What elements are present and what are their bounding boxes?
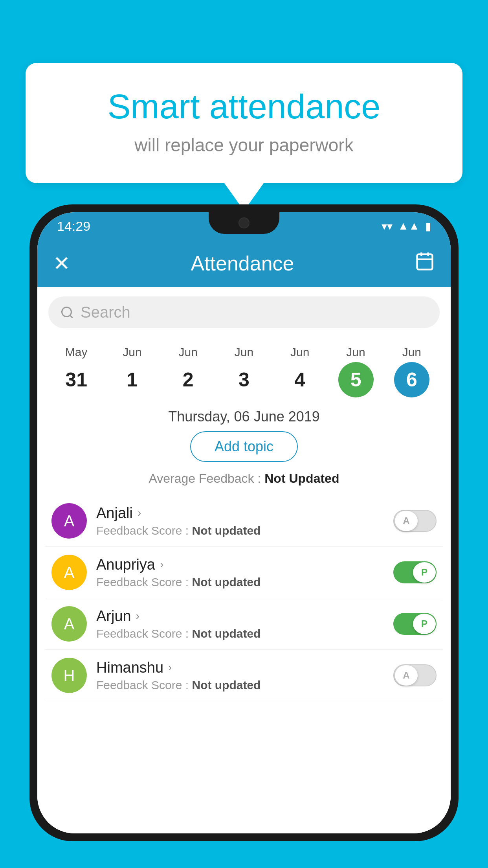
signal-icon: ▲▲ <box>398 220 420 232</box>
cal-month-label: Jun <box>290 346 309 359</box>
chevron-icon: › <box>136 610 139 622</box>
toggle-knob: P <box>413 562 436 583</box>
battery-icon: ▮ <box>425 220 431 233</box>
close-icon[interactable]: ✕ <box>53 252 70 275</box>
student-info: Himanshu›Feedback Score : Not updated <box>96 659 384 692</box>
student-name: Himanshu› <box>96 659 384 676</box>
search-icon <box>60 305 74 320</box>
calendar-strip: May31Jun1Jun2Jun3Jun4Jun5Jun6 <box>37 338 451 397</box>
cal-month-label: Jun <box>402 346 421 359</box>
student-info: Anjali›Feedback Score : Not updated <box>96 505 384 537</box>
toggle-knob: A <box>395 665 418 686</box>
cal-date[interactable]: 5 <box>338 362 374 397</box>
student-item[interactable]: AAnjali›Feedback Score : Not updatedA <box>45 495 443 547</box>
student-info: Arjun›Feedback Score : Not updated <box>96 608 384 640</box>
student-item[interactable]: AArjun›Feedback Score : Not updatedP <box>45 598 443 650</box>
notch-camera <box>238 217 250 228</box>
student-item[interactable]: HHimanshu›Feedback Score : Not updatedA <box>45 650 443 701</box>
search-placeholder: Search <box>81 303 130 321</box>
cal-month-label: May <box>65 346 88 359</box>
calendar-icon[interactable] <box>415 251 435 276</box>
attendance-toggle[interactable]: A <box>393 664 437 686</box>
notch <box>209 212 279 234</box>
speech-bubble-title: Smart attendance <box>57 86 431 127</box>
cal-month-label: Jun <box>346 346 365 359</box>
phone-outer: 14:29 ▾▾ ▲▲ ▮ ✕ Attendance <box>29 204 459 841</box>
chevron-icon: › <box>168 661 172 674</box>
app-bar-title: Attendance <box>191 252 294 275</box>
status-bar: 14:29 ▾▾ ▲▲ ▮ <box>37 212 451 240</box>
attendance-toggle[interactable]: A <box>393 510 437 532</box>
avatar: A <box>51 606 87 642</box>
speech-bubble-subtitle: will replace your paperwork <box>57 134 431 156</box>
avg-feedback-label: Average Feedback : <box>149 471 265 485</box>
cal-date[interactable]: 6 <box>394 362 429 397</box>
app-bar: ✕ Attendance <box>37 240 451 287</box>
avatar: H <box>51 658 87 693</box>
cal-day[interactable]: Jun6 <box>392 346 431 397</box>
feedback-score: Feedback Score : Not updated <box>96 627 384 640</box>
speech-bubble: Smart attendance will replace your paper… <box>26 63 462 183</box>
cal-day[interactable]: Jun3 <box>224 346 264 397</box>
cal-date[interactable]: 31 <box>59 362 94 397</box>
chevron-icon: › <box>160 558 163 571</box>
content-area: Search May31Jun1Jun2Jun3Jun4Jun5Jun6 Thu… <box>37 287 451 833</box>
cal-month-label: Jun <box>235 346 253 359</box>
selected-date-label: Thursday, 06 June 2019 <box>37 408 451 425</box>
feedback-score: Feedback Score : Not updated <box>96 576 384 589</box>
student-name: Anupriya› <box>96 556 384 573</box>
phone-screen: 14:29 ▾▾ ▲▲ ▮ ✕ Attendance <box>37 212 451 833</box>
cal-day[interactable]: Jun4 <box>280 346 319 397</box>
avatar: A <box>51 555 87 590</box>
student-name: Arjun› <box>96 608 384 625</box>
student-item[interactable]: AAnupriya›Feedback Score : Not updatedP <box>45 547 443 598</box>
feedback-score: Feedback Score : Not updated <box>96 524 384 537</box>
avg-feedback-value: Not Updated <box>264 471 339 485</box>
wifi-icon: ▾▾ <box>382 220 393 233</box>
student-list: AAnjali›Feedback Score : Not updatedAAAn… <box>37 495 451 701</box>
cal-date[interactable]: 3 <box>226 362 262 397</box>
search-bar[interactable]: Search <box>48 296 440 328</box>
cal-date[interactable]: 2 <box>171 362 206 397</box>
phone-inner: 14:29 ▾▾ ▲▲ ▮ ✕ Attendance <box>37 212 451 833</box>
avg-feedback: Average Feedback : Not Updated <box>37 471 451 486</box>
status-bar-icons: ▾▾ ▲▲ ▮ <box>382 220 431 233</box>
cal-date[interactable]: 1 <box>114 362 150 397</box>
toggle-knob: P <box>413 614 436 634</box>
speech-bubble-container: Smart attendance will replace your paper… <box>26 63 462 211</box>
svg-rect-0 <box>417 254 432 270</box>
avatar: A <box>51 503 87 539</box>
student-info: Anupriya›Feedback Score : Not updated <box>96 556 384 589</box>
attendance-toggle[interactable]: P <box>393 613 437 635</box>
add-topic-button[interactable]: Add topic <box>190 431 298 462</box>
svg-line-5 <box>70 315 73 318</box>
cal-day[interactable]: May31 <box>57 346 96 397</box>
student-name: Anjali› <box>96 505 384 522</box>
phone-container: 14:29 ▾▾ ▲▲ ▮ ✕ Attendance <box>29 204 459 868</box>
attendance-toggle[interactable]: P <box>393 561 437 583</box>
cal-date[interactable]: 4 <box>282 362 317 397</box>
cal-day[interactable]: Jun5 <box>336 346 376 397</box>
cal-month-label: Jun <box>179 346 198 359</box>
cal-day[interactable]: Jun2 <box>169 346 208 397</box>
cal-day[interactable]: Jun1 <box>112 346 152 397</box>
feedback-score: Feedback Score : Not updated <box>96 679 384 692</box>
toggle-knob: A <box>395 511 418 531</box>
status-bar-time: 14:29 <box>57 219 90 234</box>
svg-point-4 <box>62 307 72 316</box>
cal-month-label: Jun <box>123 346 141 359</box>
chevron-icon: › <box>138 507 141 519</box>
